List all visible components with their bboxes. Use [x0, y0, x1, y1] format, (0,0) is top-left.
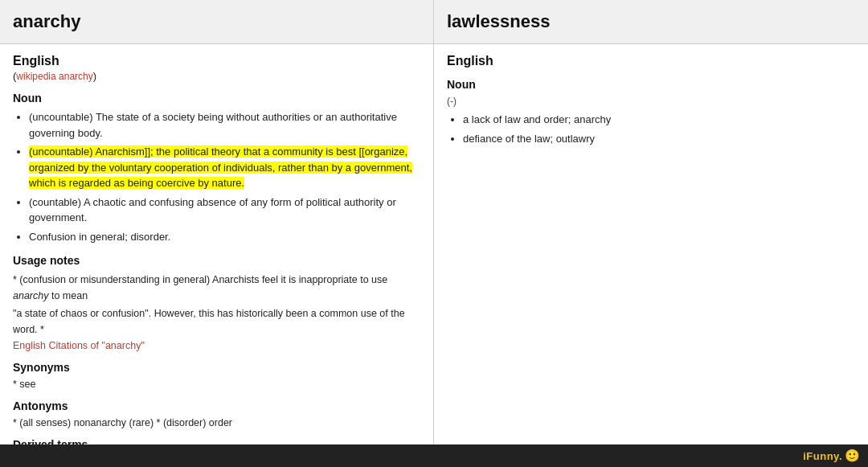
right-noun-title: Noun — [447, 78, 855, 91]
definition-text-1: (uncountable) The state of a society bei… — [29, 111, 397, 139]
antonyms-text: * (all senses) nonanarchy (rare) * (diso… — [13, 417, 420, 428]
usage-notes-text: * (confusion or misunderstanding in gene… — [13, 272, 420, 304]
right-word-header: lawlessness — [434, 0, 868, 44]
definition-item-2: (uncountable) Anarchism]]; the political… — [29, 144, 420, 191]
italic-anarchy: anarchy — [13, 290, 48, 301]
antonyms-title: Antonyms — [13, 399, 420, 412]
left-noun-title: Noun — [13, 92, 420, 104]
paren-close: ) — [93, 70, 96, 82]
usage-notes-title: Usage notes — [13, 254, 420, 267]
right-panel: lawlessness English Noun (-) a lack of l… — [434, 0, 868, 467]
wikipedia-link-wrapper: (wikipedia anarchy) — [13, 70, 420, 82]
english-citations-link[interactable]: English Citations of "anarchy" — [13, 340, 145, 351]
right-definition-text-2: defiance of the law; outlawry — [463, 133, 595, 145]
right-definition-item-2: defiance of the law; outlawry — [463, 131, 855, 147]
wikipedia-link[interactable]: wikipedia anarchy — [16, 71, 92, 82]
definition-item-4: Confusion in general; disorder. — [29, 229, 420, 245]
right-definition-item-1: a lack of law and order; anarchy — [463, 112, 855, 128]
right-content-area: English Noun (-) a lack of law and order… — [434, 44, 868, 159]
synonyms-title: Synonyms — [13, 361, 420, 374]
ifunny-logo: iFunny. — [803, 450, 842, 462]
left-language-label: English — [13, 54, 420, 68]
right-definition-text-1: a lack of law and order; anarchy — [463, 113, 611, 125]
usage-notes-text2: "a state of chaos or confusion". However… — [13, 305, 420, 338]
synonyms-text: * see — [13, 379, 420, 390]
left-panel: anarchy English (wikipedia anarchy) Noun… — [0, 0, 434, 467]
right-definitions-list: a lack of law and order; anarchy defianc… — [447, 112, 855, 146]
definition-item-1: (uncountable) The state of a society bei… — [29, 109, 420, 141]
main-layout: anarchy English (wikipedia anarchy) Noun… — [0, 0, 868, 467]
definition-text-2-highlighted: (uncountable) Anarchism]]; the political… — [29, 145, 412, 189]
ifunny-footer-bar: iFunny. 🙂 — [0, 444, 868, 467]
definition-item-3: (countable) A chaotic and confusing abse… — [29, 195, 420, 226]
definition-text-4: Confusion in general; disorder. — [29, 231, 170, 243]
right-word-title: lawlessness — [447, 11, 550, 31]
right-language-label: English — [447, 54, 855, 68]
left-word-header: anarchy — [0, 0, 433, 44]
ifunny-smiley: 🙂 — [845, 449, 860, 463]
left-word-title: anarchy — [13, 11, 80, 31]
right-noun-sub: (-) — [447, 96, 855, 107]
definition-text-3: (countable) A chaotic and confusing abse… — [29, 196, 396, 224]
left-content-area: English (wikipedia anarchy) Noun (uncoun… — [0, 44, 433, 467]
left-definitions-list: (uncountable) The state of a society bei… — [13, 109, 420, 244]
